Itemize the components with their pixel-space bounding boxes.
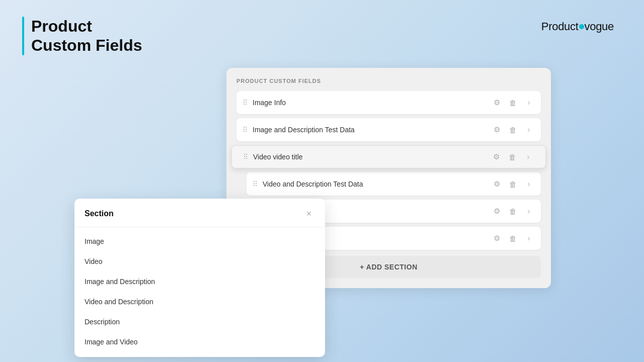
chevron-icon-partial-title[interactable]: › bbox=[523, 205, 535, 217]
title-line2: Custom Fields bbox=[31, 36, 142, 54]
header-accent-bar bbox=[22, 17, 24, 55]
trash-icon-partial-title[interactable]: 🗑 bbox=[507, 205, 519, 217]
field-actions-image-info: ⚙ 🗑 › bbox=[491, 97, 535, 109]
settings-icon-partial-video[interactable]: ⚙ bbox=[491, 232, 503, 244]
field-actions-partial-video: ⚙ 🗑 › bbox=[491, 232, 535, 244]
settings-icon-partial-title[interactable]: ⚙ bbox=[491, 205, 503, 217]
field-row-image-info: ⠿ Image Info ⚙ 🗑 › bbox=[236, 91, 541, 114]
chevron-icon-image-description[interactable]: › bbox=[523, 124, 535, 136]
title-line1: Product bbox=[31, 17, 92, 35]
close-button[interactable]: × bbox=[303, 208, 315, 220]
drag-handle-video-title[interactable]: ⠿ bbox=[243, 153, 248, 161]
field-row-image-description: ⠿ Image and Description Test Data ⚙ 🗑 › bbox=[236, 118, 541, 141]
trash-icon-partial-video[interactable]: 🗑 bbox=[507, 232, 519, 244]
field-label-image-description: Image and Description Test Data bbox=[253, 126, 486, 134]
section-option-video[interactable]: Video bbox=[74, 251, 325, 272]
trash-icon-video-title[interactable]: 🗑 bbox=[506, 151, 518, 163]
section-panel-title: Section bbox=[85, 209, 114, 218]
section-option-image[interactable]: Image bbox=[74, 231, 325, 251]
trash-icon-video-description[interactable]: 🗑 bbox=[507, 178, 519, 190]
field-row-video-description: ⠿ Video and Description Test Data ⚙ 🗑 › bbox=[247, 172, 541, 196]
settings-icon-image-description[interactable]: ⚙ bbox=[491, 124, 503, 136]
field-label-video-title: Video video title bbox=[253, 153, 485, 161]
section-panel: Section × Image Video Image and Descript… bbox=[74, 199, 325, 357]
trash-icon-image-info[interactable]: 🗑 bbox=[507, 97, 519, 109]
page-title: Product Custom Fields bbox=[31, 17, 142, 55]
brand-part1: Product bbox=[541, 20, 579, 33]
brand-part2: vogue bbox=[585, 20, 614, 33]
chevron-icon-video-description[interactable]: › bbox=[523, 178, 535, 190]
field-actions-video-title: ⚙ 🗑 › bbox=[490, 151, 534, 163]
trash-icon-image-description[interactable]: 🗑 bbox=[507, 124, 519, 136]
section-options-list: Image Video Image and Description Video … bbox=[74, 227, 325, 357]
section-option-image-description[interactable]: Image and Description bbox=[74, 272, 325, 292]
field-actions-image-description: ⚙ 🗑 › bbox=[491, 124, 535, 136]
settings-icon-video-description[interactable]: ⚙ bbox=[491, 178, 503, 190]
panel-title: PRODUCT CUSTOM FIELDS bbox=[236, 78, 541, 84]
drag-handle-video-description[interactable]: ⠿ bbox=[253, 180, 258, 188]
field-label-video-description: Video and Description Test Data bbox=[263, 180, 486, 188]
section-option-video-description[interactable]: Video and Description bbox=[74, 292, 325, 312]
brand-logo: Productvogue bbox=[541, 20, 614, 33]
page-header: Product Custom Fields bbox=[22, 17, 142, 55]
section-panel-header: Section × bbox=[74, 199, 325, 227]
section-option-image-video[interactable]: Image and Video bbox=[74, 332, 325, 352]
chevron-icon-image-info[interactable]: › bbox=[523, 97, 535, 109]
chevron-icon-video-title[interactable]: › bbox=[522, 151, 534, 163]
drag-handle-image-description[interactable]: ⠿ bbox=[243, 126, 248, 134]
settings-icon-image-info[interactable]: ⚙ bbox=[491, 97, 503, 109]
brand-dot bbox=[579, 24, 584, 29]
section-option-description[interactable]: Description bbox=[74, 312, 325, 332]
field-actions-partial-title: ⚙ 🗑 › bbox=[491, 205, 535, 217]
drag-handle-image-info[interactable]: ⠿ bbox=[243, 99, 248, 107]
field-label-image-info: Image Info bbox=[253, 99, 486, 107]
field-row-video-title: ⠿ Video video title ⚙ 🗑 › bbox=[231, 145, 546, 168]
field-actions-video-description: ⚙ 🗑 › bbox=[491, 178, 535, 190]
settings-icon-video-title[interactable]: ⚙ bbox=[490, 151, 502, 163]
chevron-icon-partial-video[interactable]: › bbox=[523, 232, 535, 244]
